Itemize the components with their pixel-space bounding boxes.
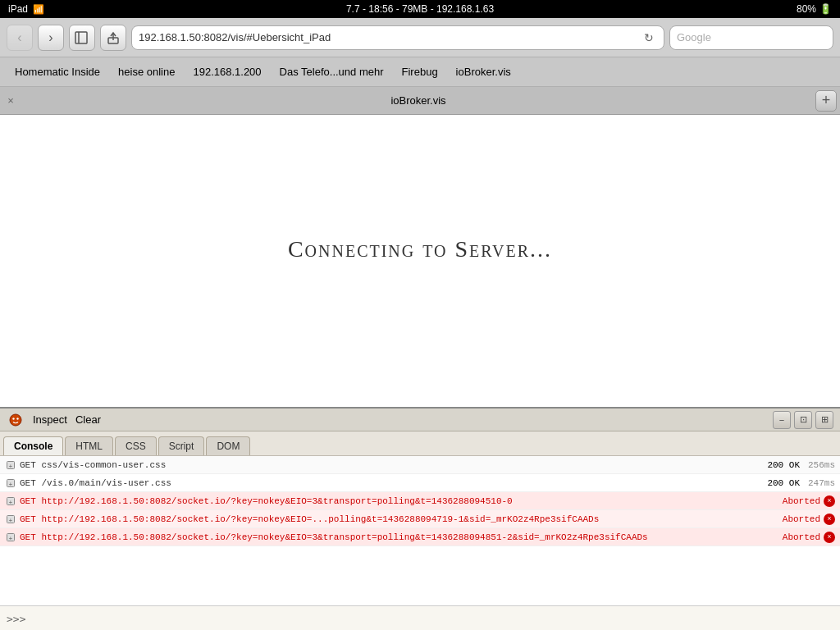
bookmark-item-4[interactable]: Firebug	[394, 62, 446, 81]
devtools-tab-css[interactable]: CSS	[115, 436, 157, 455]
svg-text:+: +	[9, 534, 13, 541]
expand-arrow[interactable]: +	[5, 459, 16, 471]
svg-text:+: +	[9, 462, 13, 469]
console-time: 247ms	[808, 478, 835, 488]
bug-icon	[7, 411, 25, 429]
abort-icon[interactable]: ×	[824, 532, 835, 543]
clear-button[interactable]: Clear	[75, 413, 101, 426]
console-prompt: >>>	[7, 613, 25, 625]
refresh-button[interactable]: ↻	[641, 30, 657, 46]
status-bar: iPad 📶 7.7 - 18:56 - 79MB - 192.168.1.63…	[0, 0, 840, 18]
battery-icon: 🔋	[819, 3, 832, 15]
expand-arrow[interactable]: +	[5, 477, 16, 489]
bookmark-item-0[interactable]: Homematic Inside	[7, 62, 108, 81]
devtools-dock-button[interactable]: ⊡	[794, 411, 812, 429]
abort-icon[interactable]: ×	[824, 514, 835, 525]
console-status: 200 OK	[767, 478, 800, 488]
console-row: +GET css/vis-common-user.css200 OK256ms	[0, 456, 840, 474]
svg-text:+: +	[9, 480, 13, 487]
devtools-tab-script[interactable]: Script	[158, 436, 205, 455]
svg-point-6	[16, 418, 18, 419]
bookmark-item-1[interactable]: heise online	[110, 62, 183, 81]
devtools-tab-console[interactable]: Console	[3, 436, 63, 455]
battery-percent: 80%	[797, 3, 816, 15]
console-input-row: >>>	[0, 605, 840, 630]
console-log-text: GET /vis.0/main/vis-user.css	[20, 478, 762, 488]
inspect-button[interactable]: Inspect	[33, 413, 67, 426]
tab-close-button[interactable]: ×	[3, 94, 18, 108]
address-bar[interactable]: 192.168.1.50:8082/vis/#Uebersicht_iPad ↻	[131, 25, 664, 50]
connecting-text: Connecting to Server...	[288, 236, 552, 262]
devtools-tab-html[interactable]: HTML	[65, 436, 113, 455]
status-bar-right: 80% 🔋	[797, 3, 832, 15]
tab-label: ioBroker.vis	[21, 94, 815, 107]
expand-arrow[interactable]: +	[5, 495, 16, 507]
address-text: 192.168.1.50:8082/vis/#Uebersicht_iPad	[139, 31, 641, 43]
console-content: +GET css/vis-common-user.css200 OK256ms+…	[0, 456, 840, 605]
book-icon	[75, 31, 89, 44]
console-log-text: GET http://192.168.1.50:8082/socket.io/?…	[20, 532, 779, 542]
expand-arrow[interactable]: +	[5, 532, 16, 543]
devtools-tabs: ConsoleHTMLCSSScriptDOM	[0, 431, 840, 456]
status-bar-left: iPad 📶	[8, 3, 44, 15]
aborted-label: Aborted	[783, 514, 820, 524]
share-icon	[107, 31, 119, 44]
bookmark-item-3[interactable]: Das Telefo...und mehr	[272, 62, 392, 81]
console-input[interactable]	[30, 614, 833, 625]
bookmarks-bar: Homematic Insideheise online192.168.1.20…	[0, 57, 840, 87]
console-row: +GET http://192.168.1.50:8082/socket.io/…	[0, 510, 840, 528]
bookmark-item-2[interactable]: 192.168.1.200	[185, 62, 269, 81]
devtools-header: Inspect Clear − ⊡ ⊞	[0, 409, 840, 431]
aborted-label: Aborted	[783, 532, 820, 542]
svg-rect-0	[75, 32, 87, 43]
console-log-text: GET http://192.168.1.50:8082/socket.io/?…	[20, 496, 779, 506]
forward-button[interactable]: ›	[38, 25, 64, 51]
devtools-float-button[interactable]: ⊞	[815, 411, 833, 429]
console-log-text: GET css/vis-common-user.css	[20, 460, 762, 470]
main-content-area: Connecting to Server...	[0, 115, 840, 384]
wifi-icon: 📶	[33, 4, 44, 15]
svg-point-4	[10, 414, 21, 426]
share-button[interactable]	[100, 25, 126, 51]
svg-text:+: +	[9, 498, 13, 505]
bookmarks-button[interactable]	[69, 25, 95, 51]
tab-add-button[interactable]: +	[815, 90, 837, 112]
bookmark-item-5[interactable]: ioBroker.vis	[448, 62, 519, 81]
google-search-bar[interactable]: Google	[669, 25, 833, 50]
status-bar-center: 7.7 - 18:56 - 79MB - 192.168.1.63	[346, 3, 494, 15]
svg-text:+: +	[9, 516, 13, 523]
console-log-text: GET http://192.168.1.50:8082/socket.io/?…	[20, 514, 779, 524]
nav-bar: ‹ › 192.168.1.50:8082/vis/#Uebersicht_iP…	[0, 18, 840, 57]
tab-bar: × ioBroker.vis +	[0, 87, 840, 115]
expand-arrow[interactable]: +	[5, 514, 16, 525]
aborted-label: Aborted	[783, 496, 820, 506]
console-row: +GET http://192.168.1.50:8082/socket.io/…	[0, 528, 840, 546]
svg-point-5	[12, 418, 14, 419]
ipad-label: iPad	[8, 3, 28, 15]
back-button[interactable]: ‹	[7, 25, 33, 51]
devtools-tab-dom[interactable]: DOM	[206, 436, 250, 455]
console-row: +GET /vis.0/main/vis-user.css200 OK247ms	[0, 474, 840, 492]
console-row: +GET http://192.168.1.50:8082/socket.io/…	[0, 492, 840, 510]
devtools-panel: Inspect Clear − ⊡ ⊞ ConsoleHTMLCSSScript…	[0, 407, 840, 630]
abort-icon[interactable]: ×	[824, 495, 835, 507]
console-time: 256ms	[808, 460, 835, 470]
console-status: 200 OK	[767, 460, 800, 470]
devtools-controls: − ⊡ ⊞	[773, 411, 833, 429]
devtools-minimize-button[interactable]: −	[773, 411, 791, 429]
